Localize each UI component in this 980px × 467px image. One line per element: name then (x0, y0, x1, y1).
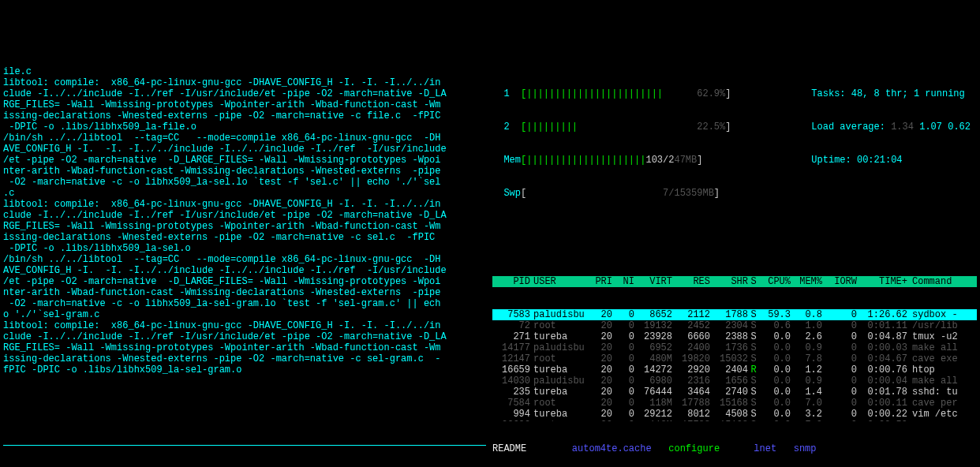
col-cpu%[interactable]: CPU% (759, 276, 791, 287)
ls-entry: lnet (754, 443, 776, 454)
log-line: o './'`sel-gram.c (3, 309, 486, 320)
cpu2-pct: 22.5% (697, 121, 725, 133)
shell-pane[interactable]: README autom4te.cache configure lnet snm… (489, 421, 980, 467)
ls-entry: README (492, 443, 526, 454)
col-pri[interactable]: PRI (587, 276, 612, 287)
process-row[interactable]: 14030paludisbu200698023161656S0.00.900:0… (492, 375, 977, 387)
process-row[interactable]: 7583paludisbu200865221121788S59.30.801:2… (492, 309, 977, 320)
log-line: issing-declarations -Wnested-externs -pi… (3, 353, 486, 364)
col-s[interactable]: S (748, 276, 759, 287)
log-line: nter-arith -Wbad-function-cast -Wmissing… (3, 166, 486, 177)
log-line: libtool: compile: x86_64-pc-linux-gnu-gc… (3, 77, 486, 88)
log-line: -O2 -march=native -c -o libhx509_la-sel.… (3, 177, 486, 188)
swap-value: 7/15359MB (663, 188, 714, 199)
log-line: ile.c (3, 66, 486, 77)
process-row[interactable]: 994tureba2002921280124508S0.03.200:00.22… (492, 409, 977, 420)
htop-pane: 1 [|||||||||||||||||||||||| 62.9%] 2 [||… (489, 44, 980, 421)
mem-label: Mem (492, 155, 521, 166)
col-user[interactable]: USER (530, 276, 587, 287)
tasks-summary: Tasks: 48, 8 thr; 1 running (811, 88, 971, 99)
process-row[interactable]: 12147root200480M1982015032S0.07.800:04.6… (492, 353, 977, 364)
process-row[interactable]: 14177paludisbu200695224001736S0.00.900:0… (492, 342, 977, 353)
ls-entry (720, 443, 754, 454)
log-line: /et -pipe -O2 -march=native -D_LARGE_FIL… (3, 276, 486, 287)
log-line: libtool: compile: x86_64-pc-linux-gnu-gc… (3, 199, 486, 210)
col-ni[interactable]: NI (612, 276, 634, 287)
cpu1-pct: 62.9% (697, 88, 725, 99)
col-time+[interactable]: TIME+ (857, 276, 907, 287)
ls-entry: configure (668, 443, 720, 454)
log-line: -DPIC -o .libs/libhx509_la-file.o (3, 121, 486, 133)
mem-value: 103/2 (645, 155, 674, 166)
compile-output: ile.clibtool: compile: x86_64-pc-linux-g… (0, 44, 489, 421)
log-line: -O2 -march=native -c -o libhx509_la-sel-… (3, 298, 486, 309)
log-line: RGE_FILES= -Wall -Wmissing-prototypes -W… (3, 221, 486, 232)
load-label: Load average: (811, 121, 891, 133)
col-pid[interactable]: PID (492, 276, 530, 287)
col-mem%[interactable]: MEM% (791, 276, 822, 287)
cpu2-label: 2 (492, 121, 521, 133)
log-line: fPIC -DPIC -o .libs/libhx509_la-sel-gram… (3, 364, 486, 375)
log-line: clude -I../../include -I../ref -I/usr/in… (3, 210, 486, 221)
process-row[interactable]: 72root2001913224522304S0.61.000:01.11/us… (492, 320, 977, 331)
swap-label: Swp (492, 188, 521, 199)
log-line: nter-arith -Wbad-function-cast -Wmissing… (3, 287, 486, 298)
process-row[interactable]: 271tureba2002392866602388S0.02.600:04.87… (492, 331, 977, 342)
ls-entry (652, 443, 669, 454)
log-line: /et -pipe -O2 -march=native -D_LARGE_FIL… (3, 155, 486, 166)
process-header[interactable]: PIDUSERPRINIVIRTRESSHRSCPU%MEM%IORWTIME+… (492, 276, 977, 287)
col-iorw[interactable]: IORW (822, 276, 857, 287)
log-line: RGE_FILES= -Wall -Wmissing-prototypes -W… (3, 342, 486, 353)
cpu1-label: 1 (492, 88, 521, 99)
ls-entry (776, 443, 794, 454)
vim-pane[interactable]: CCHOST="x86_64-pc-linux-gnu" x86_64_pc_l… (0, 421, 489, 467)
col-shr[interactable]: SHR (710, 276, 748, 287)
col-res[interactable]: RES (672, 276, 710, 287)
uptime: Uptime: 00:21:04 (811, 155, 971, 166)
ls-entry: snmp (794, 443, 817, 454)
log-line: clude -I../../include -I../ref -I/usr/in… (3, 88, 486, 99)
log-line: /bin/sh ../../libtool --tag=CC --mode=co… (3, 254, 486, 265)
log-line: .c (3, 188, 486, 199)
log-line: AVE_CONFIG_H -I. -I. -I../../include -I.… (3, 265, 486, 276)
log-line: /bin/sh ../../libtool --tag=CC --mode=co… (3, 133, 486, 144)
log-line: -DPIC -o .libs/libhx509_la-sel.o (3, 243, 486, 254)
log-line: RGE_FILES= -Wall -Wmissing-prototypes -W… (3, 99, 486, 110)
process-row[interactable]: 235tureba2007644434642740S0.01.400:01.78… (492, 387, 977, 398)
log-line: AVE_CONFIG_H -I. -I. -I../../include -I.… (3, 144, 486, 155)
ls-entry (526, 443, 572, 454)
ls-entry: autom4te.cache (572, 443, 652, 454)
log-line: clude -I../../include -I../ref -I/usr/in… (3, 331, 486, 342)
log-line: issing-declarations -Wnested-externs -pi… (3, 232, 486, 243)
log-line: issing-declarations -Wnested-externs -pi… (3, 110, 486, 121)
process-row[interactable]: 16659tureba2001427229202404R0.01.200:00.… (492, 364, 977, 375)
col-virt[interactable]: VIRT (634, 276, 672, 287)
process-row[interactable]: 7584root200118M1778815168S0.07.000:00.11… (492, 398, 977, 409)
col-command[interactable]: Command (907, 276, 977, 287)
log-line: libtool: compile: x86_64-pc-linux-gnu-gc… (3, 320, 486, 331)
